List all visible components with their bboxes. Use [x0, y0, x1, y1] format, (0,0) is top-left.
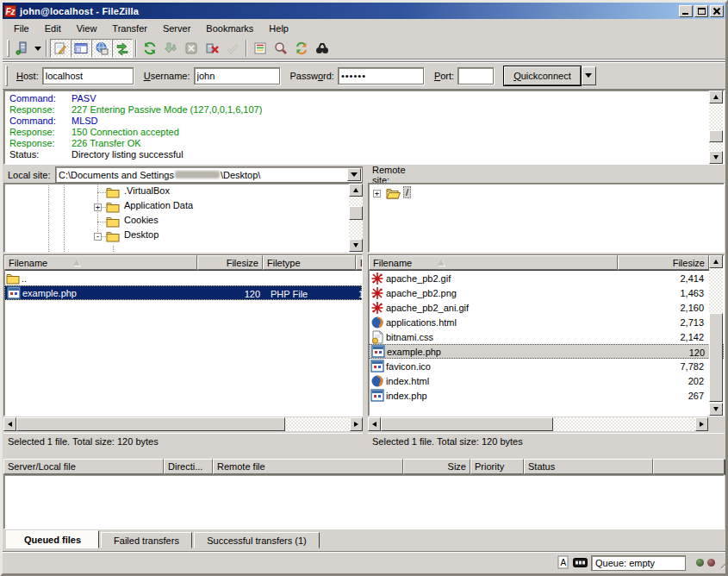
column-header-filesize[interactable]: Filesize [618, 255, 709, 270]
host-input[interactable] [42, 67, 134, 85]
toolbar-separator [135, 40, 137, 57]
tree-item-cookies[interactable]: Cookies [122, 215, 160, 225]
quickconnect-button[interactable]: Quickconnect [504, 66, 581, 85]
menu-transfer[interactable]: Transfer [104, 22, 155, 35]
scroll-left-button[interactable] [368, 417, 381, 431]
filter-button[interactable] [250, 39, 271, 58]
find-files-button[interactable] [312, 39, 333, 58]
menu-edit[interactable]: Edit [37, 22, 69, 35]
directory-comparison-button[interactable] [271, 39, 291, 58]
local-directory-tree[interactable]: .VirtualBox + Application Data Cookies -… [3, 183, 363, 253]
file-row[interactable]: applications.html 2,713 [369, 315, 724, 329]
tree-item-virtualbox[interactable]: .VirtualBox [122, 185, 171, 196]
scrollbar-thumb[interactable] [709, 313, 723, 402]
column-header-lastmodified[interactable]: L [356, 255, 363, 270]
menu-server[interactable]: Server [155, 22, 198, 35]
file-row[interactable]: apache_pb2.gif 2,414 [369, 271, 724, 285]
tree-expander-plus[interactable]: + [94, 203, 102, 211]
quickconnect-grip[interactable] [5, 66, 8, 86]
data-type-indicator-icon[interactable]: A [557, 555, 569, 570]
toolbar-grip[interactable] [7, 40, 9, 57]
maximize-button[interactable] [694, 5, 708, 17]
queue-column-size[interactable]: Size [403, 459, 470, 474]
column-header-filename[interactable]: Filename [4, 255, 197, 270]
menu-file[interactable]: File [6, 22, 37, 35]
tree-expander-minus[interactable]: - [94, 233, 102, 241]
scroll-down-button[interactable] [349, 239, 363, 252]
tree-item-desktop[interactable]: Desktop [122, 229, 160, 240]
scroll-up-button[interactable] [709, 255, 723, 268]
scroll-up-button[interactable] [709, 91, 723, 103]
file-row-parent-dir[interactable]: .. [4, 271, 362, 285]
menu-view[interactable]: View [69, 22, 105, 35]
scroll-down-button[interactable] [709, 403, 723, 416]
password-input[interactable] [338, 67, 424, 85]
refresh-icon [143, 41, 157, 55]
tab-queued-files[interactable]: Queued files [6, 530, 99, 548]
local-site-combobox[interactable]: C:\Documents and Settings\Desktop\ [55, 166, 363, 183]
scroll-right-button[interactable] [350, 417, 363, 431]
speed-limit-icon[interactable] [573, 558, 588, 567]
queue-column-server-local[interactable]: Server/Local file [3, 459, 164, 474]
column-header-filename[interactable]: Filename [369, 255, 618, 270]
local-file-list[interactable]: Filename Filesize Filetype L .. example.… [3, 254, 363, 416]
remote-file-list[interactable]: Filename Filesize apache_pb2.gif 2,414 a… [368, 254, 725, 416]
file-row[interactable]: index.php 267 [369, 388, 724, 403]
redacted-username [175, 171, 220, 178]
scrollbar-thumb[interactable] [349, 206, 363, 220]
remote-directory-tree[interactable]: + / [368, 183, 725, 253]
file-row[interactable]: favicon.ico 7,782 [369, 359, 724, 373]
tree-item-root[interactable]: / [403, 186, 411, 198]
scroll-down-button[interactable] [709, 151, 723, 164]
disconnect-button[interactable] [202, 39, 222, 58]
queue-column-empty[interactable] [653, 459, 725, 474]
column-header-filetype[interactable]: Filetype [263, 255, 356, 270]
file-row-example-php[interactable]: example.php 120 PHP File 1 [4, 285, 362, 300]
file-row[interactable]: apache_pb2.png 1,463 [369, 285, 724, 300]
queue-column-remote-file[interactable]: Remote file [213, 459, 403, 474]
scroll-up-button[interactable] [349, 184, 363, 197]
menu-help[interactable]: Help [261, 22, 296, 35]
tree-item-application-data[interactable]: Application Data [122, 200, 195, 210]
combobox-dropdown-button[interactable] [347, 168, 361, 181]
queue-column-priority[interactable]: Priority [470, 459, 524, 474]
queue-column-direction[interactable]: Directi... [164, 459, 213, 474]
tree-expander-plus[interactable]: + [373, 190, 381, 197]
apache-image-icon [370, 286, 384, 300]
queue-column-status[interactable]: Status [524, 459, 653, 474]
refresh-button[interactable] [140, 39, 160, 58]
toggle-local-tree-button[interactable] [71, 39, 91, 58]
column-header-filesize[interactable]: Filesize [197, 255, 263, 270]
file-row[interactable]: index.html 202 [369, 373, 724, 388]
tab-failed-transfers[interactable]: Failed transfers [101, 532, 192, 548]
tab-successful-transfers[interactable]: Successful transfers (1) [194, 532, 320, 548]
scrollbar-thumb[interactable] [709, 130, 723, 142]
minimize-button[interactable] [679, 5, 693, 17]
queue-list-area[interactable] [3, 474, 725, 529]
resize-grip[interactable] [720, 557, 728, 569]
cancel-operation-button[interactable] [181, 39, 202, 58]
site-manager-dropdown[interactable] [33, 39, 43, 58]
menu-bookmarks[interactable]: Bookmarks [198, 22, 261, 35]
process-queue-button[interactable] [160, 39, 181, 58]
port-input[interactable] [457, 67, 494, 85]
close-button[interactable] [710, 5, 724, 17]
scrollbar-thumb[interactable] [16, 417, 285, 431]
scroll-right-button[interactable] [695, 417, 708, 431]
scroll-left-button[interactable] [3, 417, 16, 431]
toggle-message-log-button[interactable] [50, 39, 71, 58]
reconnect-button[interactable] [222, 39, 243, 58]
title-bar[interactable]: Fz john@localhost - FileZilla [3, 3, 725, 19]
toggle-remote-tree-button[interactable] [91, 39, 112, 58]
file-row-selected[interactable]: example.php 120 [369, 344, 724, 359]
file-row[interactable]: bitnami.css 2,142 [369, 329, 724, 344]
scrollbar-thumb[interactable] [381, 417, 553, 431]
site-manager-button[interactable] [12, 39, 33, 58]
toggle-queue-button[interactable] [112, 39, 133, 58]
synchronized-browsing-button[interactable] [291, 39, 312, 58]
message-log[interactable]: Command:PASV Response:227 Entering Passi… [3, 90, 725, 165]
username-input[interactable] [194, 67, 280, 85]
file-row[interactable]: apache_pb2_ani.gif 2,160 [369, 300, 724, 315]
quickconnect-dropdown[interactable] [582, 66, 596, 85]
tree-line [113, 246, 114, 253]
